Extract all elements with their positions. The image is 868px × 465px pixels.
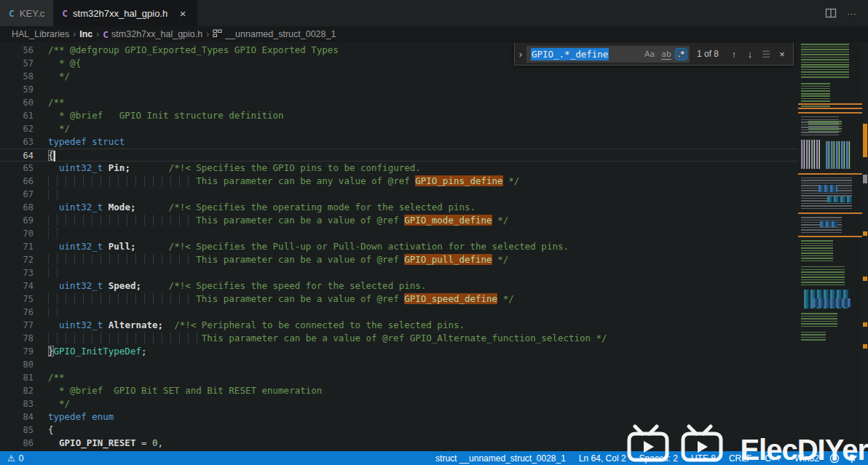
code-line-62[interactable]: 62 */ [0,122,798,135]
code-line-70[interactable]: 70 [0,227,798,240]
status-language[interactable]: C++ [758,453,788,464]
code-line-78[interactable]: 78 This parameter can be a value of @ref… [0,332,798,345]
code-line-67[interactable]: 67 [0,188,798,201]
line-number: 83 [0,397,33,410]
status-cursor-position[interactable]: Ln 64, Col 2 [572,453,633,464]
code-line-75[interactable]: 75 This parameter can be a value of @ref… [0,293,798,306]
more-actions-icon[interactable]: ··· [847,8,856,19]
line-number: 71 [0,240,33,253]
line-number: 60 [0,96,33,109]
code-line-83[interactable]: 83 */ [0,397,798,410]
status-eol[interactable]: CRLF [722,453,758,464]
find-next-icon[interactable]: ↓ [742,46,758,62]
code-line-82[interactable]: 82 * @brief GPIO Bit SET and Bit RESET e… [0,384,798,397]
breadcrumb-folder[interactable]: Inc [79,29,92,39]
code-line-61[interactable]: 61 * @brief GPIO Init structure definiti… [0,109,798,122]
line-text [33,266,59,279]
line-text: This parameter can be a value of @ref GP… [33,332,607,345]
find-query-selected-text: GPIO_.*_define [531,48,609,60]
tab-stm32h7xx-hal-gpio-h[interactable]: C stm32h7xx_hal_gpio.h × [53,0,197,26]
match-case-icon[interactable]: Aa [642,49,657,60]
breadcrumb: HAL_Libraries › Inc › C stm32h7xx_hal_gp… [0,26,868,42]
breadcrumb-symbol[interactable]: __unnamed_struct_0028_1 [213,29,336,40]
status-encoding[interactable]: UTF-8 [684,453,722,464]
code-line-72[interactable]: 72 This parameter can be a value of @ref… [0,253,798,266]
search-match-highlight: GPIO_pull_define [404,254,492,265]
line-text: * @brief GPIO Init structure definition [33,109,284,122]
editor-pane[interactable]: 56/** @defgroup GPIO_Exported_Types GPIO… [0,42,868,451]
code-line-59[interactable]: 59 [0,83,798,96]
overview-ruler-marker [863,231,867,236]
breadcrumb-folder[interactable]: HAL_Libraries [12,29,69,39]
overview-ruler-marker [863,277,867,281]
code-line-66[interactable]: 66 This parameter can be any value of @r… [0,175,798,188]
code-line-68[interactable]: 68 uint32_t Mode; /*!< Specifies the ope… [0,201,798,214]
breadcrumb-file[interactable]: C stm32h7xx_hal_gpio.h [103,29,202,40]
code-line-80[interactable]: 80 [0,358,798,371]
close-find-icon[interactable]: × [774,46,790,62]
regex-icon[interactable]: .* [676,49,687,60]
tab-label: stm32h7xx_hal_gpio.h [73,8,167,19]
code-line-76[interactable]: 76 [0,306,798,319]
line-text: This parameter can be any value of @ref … [33,175,519,188]
line-text: * @brief GPIO Bit SET and Bit RESET enum… [33,384,322,397]
code-line-81[interactable]: 81/** [0,371,798,384]
code-line-64[interactable]: 64{ [0,148,798,162]
code-line-69[interactable]: 69 This parameter can be a value of @ref… [0,214,798,227]
line-text: */ [33,70,70,83]
whole-word-icon[interactable]: ab [659,49,674,60]
split-editor-icon[interactable] [825,7,837,19]
line-number: 56 [0,44,33,57]
status-symbol[interactable]: struct __unnamed_struct_0028_1 [429,453,572,464]
search-match-highlight: GPIO_pins_define [415,175,502,186]
minimap[interactable] [798,42,862,451]
line-text: typedef enum [33,410,114,424]
status-right: struct __unnamed_struct_0028_1 Ln 64, Co… [429,453,861,464]
line-text: */ [33,397,70,410]
find-widget: › GPIO_.*_define Aa ab .* 1 of 8 ↑ ↓ ☰ × [514,43,794,65]
code-line-71[interactable]: 71 uint32_t Pull; /*!< Specifies the Pul… [0,240,798,253]
c-file-icon: C [62,8,68,19]
feedback-smiley-icon[interactable] [826,453,843,464]
vscode-window: C KEY.c C stm32h7xx_hal_gpio.h × ··· HAL… [0,0,868,465]
status-platform[interactable]: Win32 [788,453,826,464]
code-line-86[interactable]: 86 GPIO_PIN_RESET = 0, [0,437,798,450]
line-text: This parameter can be a value of @ref GP… [33,253,508,266]
c-file-icon: C [103,29,108,40]
tab-key-c[interactable]: C KEY.c [0,0,53,26]
code-line-65[interactable]: 65 uint32_t Pin; /*!< Specifies the GPIO… [0,162,798,175]
status-bar: ⚠ 0 struct __unnamed_struct_0028_1 Ln 64… [0,451,868,465]
code-line-73[interactable]: 73 [0,266,798,279]
vertical-scrollbar[interactable] [862,42,868,451]
tab-label: KEY.c [20,8,44,19]
code-lines[interactable]: 56/** @defgroup GPIO_Exported_Types GPIO… [0,44,798,450]
find-in-selection-icon[interactable]: ☰ [758,46,774,62]
code-line-58[interactable]: 58 */ [0,70,798,83]
line-number: 82 [0,384,33,397]
code-line-85[interactable]: 85{ [0,424,798,437]
status-indentation[interactable]: Spaces: 2 [633,453,684,464]
line-number: 61 [0,109,33,122]
line-text: /** @defgroup GPIO_Exported_Types GPIO E… [33,44,339,57]
line-number: 68 [0,201,33,214]
line-number: 77 [0,319,33,332]
close-tab-icon[interactable]: × [177,7,189,20]
breadcrumb-separator: › [96,29,99,39]
line-text: { [33,424,54,437]
code-line-63[interactable]: 63typedef struct [0,135,798,148]
find-input[interactable]: GPIO_.*_define Aa ab .* [526,46,690,63]
problems-indicator[interactable]: ⚠ 0 [7,453,23,464]
code-line-84[interactable]: 84typedef enum [0,410,798,424]
line-text: This parameter can be a value of @ref GP… [33,214,508,227]
warning-icon: ⚠ [7,453,15,464]
code-line-60[interactable]: 60/** [0,96,798,109]
overview-ruler-marker [863,322,867,327]
line-text [33,188,59,201]
find-previous-icon[interactable]: ↑ [726,46,742,62]
code-line-77[interactable]: 77 uint32_t Alternate; /*!< Peripheral t… [0,319,798,332]
code-line-74[interactable]: 74 uint32_t Speed; /*!< Specifies the sp… [0,279,798,293]
toggle-replace-icon[interactable]: › [515,43,526,65]
notifications-bell-icon[interactable] [843,453,861,464]
line-number: 69 [0,214,33,227]
code-line-79[interactable]: 79}GPIO_InitTypeDef; [0,345,798,358]
